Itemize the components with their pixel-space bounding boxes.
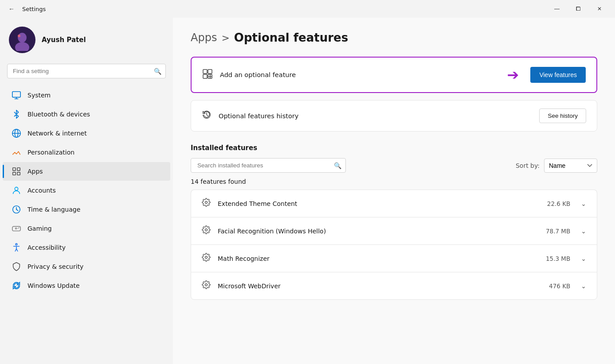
sidebar-item-label-update: Windows Update: [27, 282, 80, 289]
history-icon: [202, 110, 212, 122]
maximize-button[interactable]: ⧠: [568, 2, 588, 15]
app-title: Settings: [22, 6, 46, 12]
installed-search-icon: 🔍: [334, 162, 341, 169]
main-content: Apps > Optional features Add an optional…: [173, 18, 615, 364]
feature-item[interactable]: Facial Recognition (Windows Hello) 78.7 …: [191, 217, 597, 244]
feature-icon: [202, 280, 211, 291]
add-feature-label: Add an optional feature: [220, 71, 500, 78]
see-history-button[interactable]: See history: [539, 108, 586, 123]
back-button[interactable]: ←: [5, 3, 18, 15]
privacy-icon: [12, 262, 21, 271]
feature-item[interactable]: Extended Theme Content 22.6 KB ⌄: [191, 190, 597, 217]
sidebar-item-personalization[interactable]: Personalization: [3, 143, 170, 162]
svg-rect-23: [203, 70, 207, 74]
svg-point-1: [18, 33, 27, 43]
feature-icon: [202, 225, 211, 236]
sidebar-item-label-bluetooth: Bluetooth & devices: [27, 111, 90, 118]
feature-name: Facial Recognition (Windows Hello): [218, 228, 539, 235]
arrow-icon: ➔: [507, 66, 519, 83]
sidebar-item-time[interactable]: Time & language: [3, 200, 170, 219]
history-label: Optional features history: [219, 112, 532, 120]
feature-name: Math Recognizer: [218, 255, 539, 262]
found-count: 14 features found: [191, 178, 597, 185]
svg-point-3: [18, 35, 20, 37]
accessibility-icon: [12, 243, 21, 252]
apps-icon: [12, 167, 21, 176]
add-feature-card: Add an optional feature ➔ View features: [191, 57, 597, 93]
svg-rect-24: [208, 70, 212, 74]
sidebar-nav: System Bluetooth & devices Network & int…: [0, 85, 173, 295]
sidebar-item-gaming[interactable]: Gaming: [3, 219, 170, 238]
svg-point-22: [16, 244, 17, 245]
svg-rect-4: [12, 92, 20, 97]
minimize-button[interactable]: —: [547, 2, 567, 15]
svg-rect-25: [203, 74, 207, 78]
feature-item[interactable]: Math Recognizer 15.3 MB ⌄: [191, 244, 597, 272]
sidebar-item-accessibility[interactable]: Accessibility: [3, 238, 170, 257]
feature-size: 476 KB: [549, 283, 570, 290]
sidebar: Ayush Patel 🔍 System Bluetooth & devices…: [0, 18, 173, 364]
network-icon: [12, 128, 21, 138]
sidebar-item-label-privacy: Privacy & security: [27, 263, 83, 270]
time-icon: [12, 205, 21, 214]
search-filter-row: 🔍 Sort by: Name Size Date: [191, 158, 597, 173]
feature-size: 15.3 MB: [546, 255, 570, 262]
sidebar-item-privacy[interactable]: Privacy & security: [3, 257, 170, 276]
sidebar-item-update[interactable]: Windows Update: [3, 276, 170, 295]
sidebar-item-label-apps: Apps: [27, 168, 43, 175]
system-icon: [12, 90, 21, 100]
sidebar-item-label-gaming: Gaming: [27, 225, 52, 232]
svg-point-12: [15, 187, 18, 190]
app-body: Ayush Patel 🔍 System Bluetooth & devices…: [0, 18, 615, 364]
sidebar-item-label-time: Time & language: [27, 206, 80, 213]
feature-icon: [202, 253, 211, 264]
sidebar-item-network[interactable]: Network & internet: [3, 124, 170, 143]
feature-size: 22.6 KB: [547, 200, 570, 207]
sidebar-item-system[interactable]: System: [3, 86, 170, 105]
svg-rect-11: [17, 172, 20, 175]
installed-search[interactable]: 🔍: [191, 158, 346, 173]
view-features-button[interactable]: View features: [530, 67, 586, 83]
installed-features-title: Installed features: [191, 144, 597, 152]
feature-size: 78.7 MB: [546, 228, 570, 235]
sidebar-item-bluetooth[interactable]: Bluetooth & devices: [3, 105, 170, 124]
installed-search-input[interactable]: [191, 158, 346, 173]
search-input[interactable]: [7, 64, 166, 78]
sidebar-item-label-accessibility: Accessibility: [27, 244, 66, 251]
title-bar: ← Settings — ⧠ ✕: [0, 0, 615, 18]
breadcrumb-separator: >: [221, 32, 229, 43]
search-box[interactable]: 🔍: [7, 64, 166, 78]
svg-rect-10: [13, 172, 16, 175]
feature-name: Extended Theme Content: [218, 200, 540, 207]
chevron-down-icon: ⌄: [581, 200, 586, 207]
svg-rect-8: [13, 168, 16, 170]
bluetooth-icon: [12, 109, 21, 119]
feature-icon: [202, 198, 211, 209]
update-icon: [12, 281, 21, 290]
svg-point-20: [18, 228, 19, 229]
breadcrumb-current: Optional features: [234, 31, 348, 44]
sidebar-item-label-network: Network & internet: [27, 130, 87, 137]
chevron-down-icon: ⌄: [581, 283, 586, 290]
chevron-down-icon: ⌄: [581, 255, 586, 262]
user-section: Ayush Patel: [0, 18, 173, 64]
gaming-icon: [12, 224, 21, 233]
feature-item[interactable]: Microsoft WebDriver 476 KB ⌄: [191, 272, 597, 300]
window-controls: — ⧠ ✕: [547, 2, 610, 15]
sort-label: Sort by:: [516, 162, 540, 169]
sidebar-item-accounts[interactable]: Accounts: [3, 181, 170, 200]
sort-select[interactable]: Name Size Date: [544, 159, 597, 173]
svg-rect-9: [17, 168, 20, 170]
personalization-icon: [12, 147, 21, 157]
sort-row: Sort by: Name Size Date: [516, 159, 597, 173]
avatar: [9, 27, 35, 53]
accounts-icon: [12, 186, 21, 195]
sidebar-item-label-system: System: [27, 92, 51, 99]
sidebar-item-apps[interactable]: Apps: [3, 162, 170, 181]
close-button[interactable]: ✕: [589, 2, 610, 15]
chevron-down-icon: ⌄: [581, 228, 586, 235]
svg-line-16: [16, 209, 18, 211]
svg-point-21: [19, 227, 20, 228]
search-icon: 🔍: [154, 68, 161, 75]
sidebar-item-label-accounts: Accounts: [27, 187, 56, 194]
